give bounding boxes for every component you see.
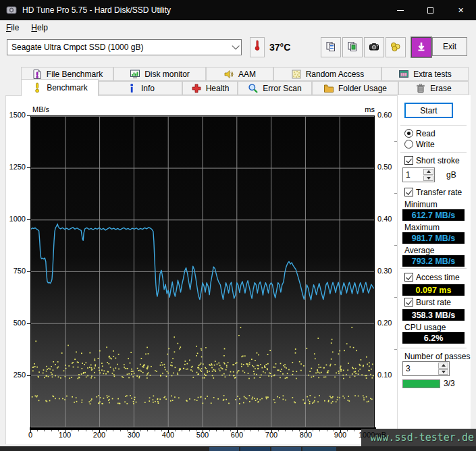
x-minor-tick — [161, 430, 162, 431]
divider — [400, 125, 467, 126]
burst-rate-checkbox[interactable] — [404, 298, 413, 307]
passes-spinner[interactable]: 3 — [402, 361, 450, 376]
tab-disk-monitor[interactable]: Disk monitor — [113, 67, 206, 81]
passes-label: Number of passes — [404, 352, 470, 361]
x-minor-tick — [175, 430, 176, 431]
read-radio[interactable] — [404, 129, 413, 138]
y-right-tick-label: 0.20 — [377, 319, 392, 327]
folder-usage-icon — [323, 83, 334, 94]
spin-up-button[interactable] — [438, 363, 448, 369]
x-minor-tick — [86, 430, 86, 431]
extra-tests-icon — [398, 69, 409, 80]
transfer-rate-checkbox[interactable] — [404, 188, 413, 196]
copy-image-button[interactable] — [342, 37, 363, 57]
minimum-label: Minimum — [404, 200, 438, 209]
short-stroke-size-spinner[interactable]: 1 — [402, 167, 435, 182]
tab-aam[interactable]: AAM — [206, 67, 273, 81]
x-minor-tick — [78, 430, 79, 431]
tab-health[interactable]: Health — [182, 81, 238, 95]
x-minor-tick — [216, 430, 217, 431]
exit-button[interactable]: Exit — [432, 37, 467, 56]
drive-select[interactable]: Seagate Ultra Cmpct SSD (1000 gB) — [7, 39, 242, 55]
write-radio[interactable] — [404, 140, 413, 149]
tab-random-access[interactable]: Random Access — [273, 67, 381, 81]
download-button[interactable] — [411, 37, 431, 57]
tab-label: File Benchmark — [47, 70, 103, 79]
x-minor-tick — [72, 430, 72, 431]
x-minor-tick — [278, 430, 279, 431]
x-minor-tick — [113, 430, 113, 431]
passes-progress-label: 3/3 — [444, 379, 455, 388]
divider — [400, 348, 467, 348]
read-label: Read — [416, 129, 435, 138]
x-minor-tick — [140, 430, 141, 431]
camera-button[interactable] — [364, 37, 384, 57]
write-label: Write — [416, 140, 435, 149]
spin-down-button[interactable] — [423, 176, 433, 182]
y-left-tick-label: 1250 — [7, 163, 26, 171]
x-minor-tick — [58, 430, 59, 431]
tab-folder-usage[interactable]: Folder Usage — [312, 81, 398, 95]
taskbar-sliver — [0, 446, 476, 451]
tab-benchmark[interactable]: Benchmark — [21, 79, 99, 96]
spin-down-button[interactable] — [438, 369, 448, 375]
benchmark-chart — [30, 115, 375, 427]
x-minor-tick — [354, 430, 354, 431]
tab-label: Extra tests — [413, 70, 452, 79]
menu-help[interactable]: Help — [25, 21, 54, 34]
y-right-tick-label: 0.30 — [377, 267, 392, 275]
y-left-tick-label: 1000 — [7, 215, 26, 223]
x-major-tick — [134, 430, 134, 433]
short-stroke-checkbox[interactable] — [404, 156, 413, 165]
tab-error-scan[interactable]: Error Scan — [238, 81, 312, 95]
average-value: 793.2 MB/s — [402, 255, 465, 267]
close-button[interactable]: ✕ — [446, 0, 476, 20]
x-axis-last-label: 1000mB — [359, 431, 386, 439]
short-stroke-unit: gB — [446, 170, 456, 180]
title-bar: HD Tune Pro 5.75 - Hard Disk/SSD Utility… — [0, 0, 476, 20]
x-minor-tick — [299, 430, 300, 431]
y-left-tick — [27, 219, 30, 220]
maximize-button[interactable] — [415, 0, 446, 20]
minimum-value: 612.7 MB/s — [402, 209, 465, 221]
x-minor-tick — [189, 430, 190, 431]
coins-icon — [390, 41, 401, 54]
maximum-label: Maximum — [404, 223, 440, 232]
camera-icon — [369, 41, 379, 54]
spin-up-button[interactable] — [423, 169, 433, 175]
x-major-tick — [340, 430, 341, 433]
x-minor-tick — [285, 430, 286, 431]
x-minor-tick — [250, 430, 251, 431]
x-major-tick — [99, 430, 100, 433]
x-major-tick — [203, 430, 203, 433]
access-time-checkbox[interactable] — [404, 273, 413, 282]
cpu-usage-label: CPU usage — [404, 323, 446, 332]
x-major-tick — [306, 430, 307, 433]
tab-erase[interactable]: Erase — [398, 81, 469, 95]
exit-label: Exit — [443, 42, 456, 51]
divider — [400, 152, 467, 153]
short-stroke-label: Short stroke — [416, 156, 460, 165]
start-button[interactable]: Start — [404, 103, 453, 118]
toolbar-buttons — [321, 37, 431, 57]
temperature-button[interactable] — [250, 37, 265, 57]
x-minor-tick — [44, 430, 45, 431]
minimize-button[interactable] — [385, 0, 415, 20]
tab-label: Erase — [430, 84, 451, 93]
tab-info[interactable]: Info — [99, 81, 182, 95]
menu-file[interactable]: File — [0, 21, 25, 34]
hd-tune-window: HD Tune Pro 5.75 - Hard Disk/SSD Utility… — [0, 0, 476, 451]
tab-extra-tests[interactable]: Extra tests — [381, 67, 469, 81]
x-major-tick — [65, 430, 65, 433]
maximize-icon — [427, 7, 433, 14]
copy-button[interactable] — [321, 37, 341, 57]
tab-label: Folder Usage — [338, 84, 387, 93]
y-left-tick — [27, 271, 30, 272]
x-minor-tick — [223, 430, 224, 431]
y-right-tick-label: 0.50 — [377, 163, 392, 171]
tab-label: Random Access — [306, 70, 365, 79]
burst-rate-value: 358.3 MB/s — [402, 309, 465, 321]
y-left-tick — [27, 323, 30, 324]
health-icon — [191, 83, 202, 94]
coins-button[interactable] — [386, 37, 406, 57]
